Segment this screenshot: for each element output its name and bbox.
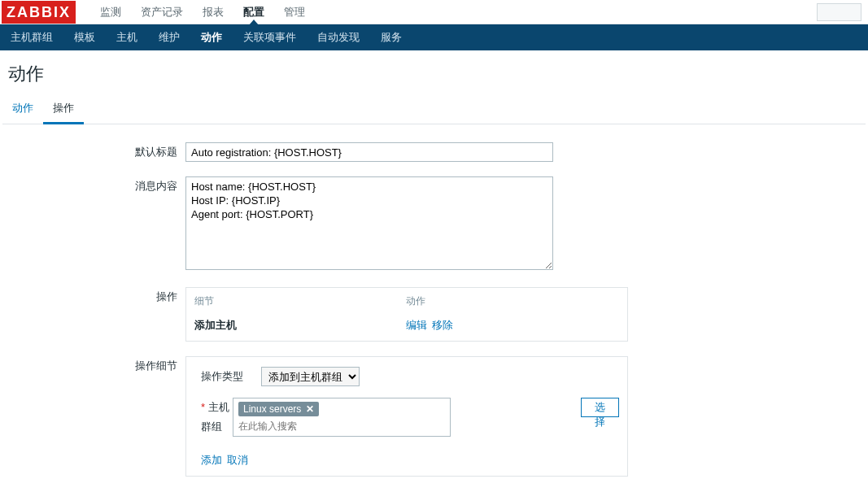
operation-details-box: 操作类型 添加到主机群组 *主机群组 Linux serve bbox=[185, 356, 628, 477]
detail-cancel-link[interactable]: 取消 bbox=[227, 454, 248, 466]
select-button[interactable]: 选择 bbox=[581, 398, 619, 417]
host-group-multiselect[interactable]: Linux servers ✕ bbox=[233, 398, 451, 437]
search-input[interactable] bbox=[817, 3, 861, 21]
submenu-hosts[interactable]: 主机 bbox=[106, 24, 148, 50]
ops-col-action: 动作 bbox=[406, 294, 619, 308]
operations-table: 细节 动作 添加主机 编辑 移除 bbox=[185, 287, 628, 342]
default-subject-input[interactable] bbox=[185, 142, 553, 162]
required-star: * bbox=[201, 401, 205, 413]
page-header: 动作 bbox=[0, 50, 868, 94]
host-group-tag-label: Linux servers bbox=[243, 403, 301, 415]
label-default-subject: 默认标题 bbox=[0, 142, 185, 162]
topbar: ZABBIX 监测 资产记录 报表 配置 管理 bbox=[0, 0, 868, 24]
label-op-details: 操作细节 bbox=[0, 356, 185, 479]
mainmenu-administration[interactable]: 管理 bbox=[274, 0, 315, 24]
ops-col-detail: 细节 bbox=[194, 294, 406, 308]
label-message: 消息内容 bbox=[0, 176, 185, 272]
host-group-search-input[interactable] bbox=[237, 418, 447, 434]
topbar-right bbox=[817, 3, 868, 21]
submenu-maintenance[interactable]: 维护 bbox=[148, 24, 190, 50]
submenu-templates[interactable]: 模板 bbox=[63, 24, 106, 50]
mainmenu-configuration[interactable]: 配置 bbox=[233, 0, 274, 24]
tabs: 动作 操作 bbox=[2, 94, 866, 124]
mainmenu-reports[interactable]: 报表 bbox=[193, 0, 233, 24]
label-host-group: *主机群组 bbox=[201, 398, 233, 437]
close-icon[interactable]: ✕ bbox=[306, 403, 314, 415]
ops-row-detail: 添加主机 bbox=[194, 318, 406, 333]
label-operations: 操作 bbox=[0, 287, 185, 342]
message-textarea[interactable] bbox=[185, 176, 553, 270]
mainmenu-monitoring[interactable]: 监测 bbox=[90, 0, 131, 24]
mainmenu-inventory[interactable]: 资产记录 bbox=[131, 0, 193, 24]
submenu: 主机群组 模板 主机 维护 动作 关联项事件 自动发现 服务 bbox=[0, 24, 868, 50]
detail-add-link[interactable]: 添加 bbox=[201, 454, 222, 466]
submenu-hostgroups[interactable]: 主机群组 bbox=[0, 24, 63, 50]
tab-operations[interactable]: 操作 bbox=[43, 94, 84, 124]
form: 默认标题 消息内容 操作 细节 动作 添加主机 编辑 移除 bbox=[0, 124, 868, 479]
tab-action[interactable]: 动作 bbox=[2, 94, 43, 124]
edit-link[interactable]: 编辑 bbox=[406, 319, 427, 331]
submenu-services[interactable]: 服务 bbox=[370, 24, 412, 50]
submenu-actions[interactable]: 动作 bbox=[190, 24, 233, 50]
remove-link[interactable]: 移除 bbox=[432, 319, 453, 331]
label-op-type: 操作类型 bbox=[201, 367, 261, 386]
page-title: 动作 bbox=[8, 62, 860, 86]
host-group-tag[interactable]: Linux servers ✕ bbox=[238, 402, 319, 416]
submenu-discovery[interactable]: 自动发现 bbox=[307, 24, 370, 50]
table-row: 添加主机 编辑 移除 bbox=[186, 313, 627, 341]
logo[interactable]: ZABBIX bbox=[2, 1, 76, 24]
submenu-correlation[interactable]: 关联项事件 bbox=[233, 24, 307, 50]
op-type-select[interactable]: 添加到主机群组 bbox=[261, 367, 360, 386]
main-menu: 监测 资产记录 报表 配置 管理 bbox=[90, 0, 315, 24]
